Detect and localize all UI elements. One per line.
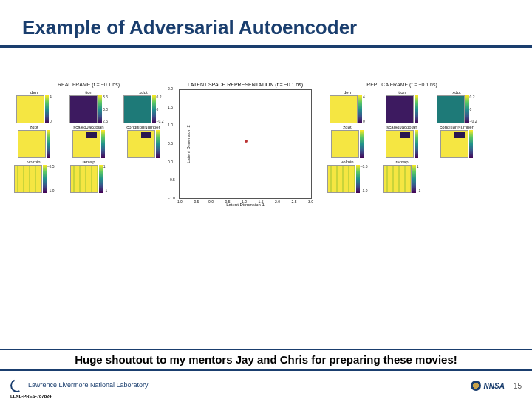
- heatmap-cell: conditionNumber: [430, 125, 483, 158]
- ytick: 1.0: [168, 123, 173, 127]
- heatmap-cell: scaledJacobian: [375, 125, 429, 158]
- shoutout-bar: Huge shoutout to my mentors Jay and Chri…: [0, 349, 532, 371]
- heatmap-image: [331, 130, 359, 158]
- xtick: 2.5: [292, 200, 297, 204]
- heatmap-label: tion: [85, 90, 92, 95]
- colorbar: [358, 95, 362, 123]
- heatmap-cell: xdot0.20−0.2: [117, 90, 170, 123]
- colorbar-ticks: 0.20−0.2: [470, 95, 477, 123]
- ytick: 0.0: [168, 160, 173, 164]
- heatmap-label: tion: [398, 90, 406, 95]
- pres-id: LLNL-PRES-787824: [10, 394, 52, 398]
- page-title: Example of Adversarial Autoencoder: [0, 0, 532, 45]
- heatmap-label: remap: [395, 160, 408, 164]
- heatmap-image: [440, 130, 468, 158]
- colorbar-ticks: 0.20−0.2: [157, 95, 164, 123]
- heatmap-label: den: [344, 90, 351, 95]
- shoutout-rule-top: [0, 349, 532, 350]
- content-row: REAL FRAME (t = −0.1 ns) den40tion3.53.0…: [0, 52, 532, 199]
- heatmap-image: [437, 95, 465, 123]
- left-panel-title: REAL FRAME (t = −0.1 ns): [7, 82, 170, 87]
- heatmap-cell: den40: [321, 90, 374, 123]
- heatmap-image: [14, 165, 42, 193]
- xtick: 0.5: [225, 200, 231, 204]
- colorbar: [43, 165, 47, 193]
- heatmap-cell: volmin−0.5−1.0: [321, 160, 374, 193]
- ytick: −1.0: [168, 196, 175, 200]
- xtick: 1.5: [259, 200, 264, 204]
- colorbar: [156, 130, 160, 158]
- left-grid: den40tion3.53.02.5xdot0.20−0.2zdotscaled…: [7, 90, 170, 193]
- colorbar-ticks: 40: [363, 95, 365, 123]
- footer: Lawrence Livermore National Laboratory N…: [0, 372, 532, 399]
- heatmap-label: conditionNumber: [126, 125, 160, 129]
- center-panel: LATENT SPACE REPRESENTATION (t = −0.1 ns…: [179, 82, 312, 199]
- heatmap-label: scaledJacobian: [386, 125, 417, 129]
- right-grid: den40tionxdot0.20−0.2zdotscaledJacobianc…: [321, 90, 483, 193]
- colorbar: [360, 130, 364, 158]
- xtick: 2.0: [275, 200, 280, 204]
- heatmap-image: [327, 165, 355, 193]
- xtick: −0.5: [192, 200, 200, 204]
- title-rule: [0, 45, 532, 48]
- nnsa-seal-icon: [471, 381, 481, 391]
- scatter-title: LATENT SPACE REPRESENTATION (t = −0.1 ns…: [179, 82, 312, 87]
- heatmap-label: den: [30, 90, 38, 95]
- colorbar: [152, 95, 156, 123]
- right-panel: REPLICA FRAME (t = −0.1 ns) den40tionxdo…: [321, 82, 483, 193]
- colorbar: [99, 165, 103, 193]
- colorbar-ticks: −0.5−1.0: [361, 165, 368, 193]
- colorbar: [356, 165, 360, 193]
- heatmap-image: [386, 95, 414, 123]
- heatmap-image: [70, 165, 98, 193]
- heatmap-image: [330, 95, 358, 123]
- colorbar-ticks: 1−1: [417, 165, 421, 193]
- nnsa-block: NNSA 15: [471, 381, 522, 391]
- heatmap-label: conditionNumber: [440, 125, 473, 129]
- colorbar: [45, 95, 49, 123]
- ytick: 1.5: [168, 105, 173, 109]
- heatmap-image: [18, 130, 46, 158]
- heatmap-image: [386, 130, 414, 158]
- scatter-point: [245, 140, 248, 143]
- heatmap-image: [72, 130, 100, 158]
- heatmap-cell: den40: [7, 90, 61, 123]
- colorbar: [415, 130, 418, 158]
- heatmap-cell: zdot: [7, 125, 61, 158]
- heatmap-cell: xdot0.20−0.2: [430, 90, 483, 123]
- heatmap-cell: scaledJacobian: [62, 125, 115, 158]
- heatmap-cell: tion: [375, 90, 429, 123]
- heatmap-cell: volmin−0.5−1.0: [7, 160, 61, 193]
- heatmap-cell: remap1−1: [375, 160, 429, 193]
- heatmap-image: [16, 95, 44, 123]
- heatmap-label: scaledJacobian: [73, 125, 103, 129]
- xtick: 3.0: [308, 200, 313, 204]
- heatmap-image: [123, 95, 151, 123]
- heatmap-label: volmin: [341, 160, 353, 164]
- heatmap-cell: remap1−1: [62, 160, 115, 193]
- ytick: 0.5: [168, 141, 173, 146]
- heatmap-label: xdot: [452, 90, 460, 95]
- heatmap-image: [383, 165, 412, 193]
- colorbar: [101, 130, 105, 158]
- colorbar-ticks: −0.5−1.0: [47, 165, 55, 193]
- llnl-name: Lawrence Livermore National Laboratory: [28, 382, 149, 389]
- scatter-plot: Latent Dimension 2 Latent Dimension 1 −1…: [179, 89, 312, 199]
- nnsa-text: NNSA: [484, 382, 505, 390]
- ytick: 2.0: [168, 86, 173, 91]
- llnl-logo: Lawrence Livermore National Laboratory: [10, 379, 149, 392]
- heatmap-image: [127, 130, 155, 158]
- shoutout-text: Huge shoutout to my mentors Jay and Chri…: [75, 353, 457, 366]
- ytick: −0.5: [168, 177, 175, 182]
- colorbar: [415, 95, 418, 123]
- xtick: 0.0: [208, 200, 214, 204]
- heatmap-cell: tion3.53.02.5: [62, 90, 115, 123]
- heatmap-cell: conditionNumber: [117, 125, 170, 158]
- shoutout-rule-bot: [0, 369, 532, 371]
- xtick: 1.0: [242, 200, 247, 204]
- scatter-ylabel: Latent Dimension 2: [186, 125, 191, 163]
- heatmap-label: zdot: [343, 125, 351, 129]
- colorbar-ticks: 40: [50, 95, 52, 123]
- colorbar: [469, 130, 473, 158]
- colorbar: [412, 165, 416, 193]
